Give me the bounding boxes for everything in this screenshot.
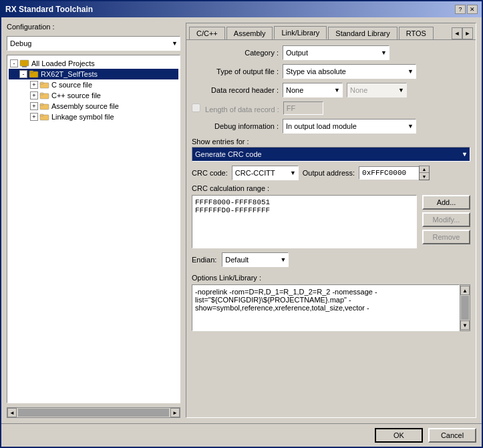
- endian-select-wrapper: Default: [222, 252, 289, 267]
- config-select[interactable]: Debug: [7, 36, 180, 51]
- length-checkbox[interactable]: [192, 103, 200, 112]
- output-type-select[interactable]: Stype via absolute: [283, 64, 416, 79]
- data-record-select2[interactable]: None: [347, 83, 407, 97]
- expand-cppsource[interactable]: +: [30, 91, 38, 99]
- folder-icon-linkage: [39, 112, 50, 122]
- svg-rect-1: [22, 66, 27, 67]
- folder-icon-cppsource: [39, 91, 50, 100]
- modify-button[interactable]: Modify...: [422, 212, 470, 227]
- tree-item-cppsource[interactable]: + C++ source file: [9, 90, 178, 101]
- output-type-select-wrapper: Stype via absolute: [283, 64, 416, 79]
- scroll-left-btn[interactable]: ◄: [7, 408, 17, 417]
- length-checkbox-area: Length of data record :: [192, 103, 279, 114]
- computer-icon: [19, 59, 30, 68]
- category-row: Category : Output: [192, 45, 470, 60]
- output-address-label: Output address:: [303, 169, 355, 177]
- endian-label: Endian:: [192, 256, 216, 264]
- range-item-1: FFFFFFD0-FFFFFFFF: [195, 206, 414, 214]
- title-bar: RX Standard Toolchain ? ✕: [1, 1, 482, 17]
- options-textarea[interactable]: -noprelink -rom=D=R,D_1=R_1,D_2=R_2 -nom…: [192, 284, 460, 331]
- debug-info-select-wrapper: In output load module: [283, 119, 416, 134]
- tab-linklibrary[interactable]: Link/Library: [274, 26, 327, 39]
- window-footer: OK Cancel: [1, 423, 482, 447]
- spin-up-btn[interactable]: ▲: [420, 166, 429, 173]
- svg-rect-9: [40, 103, 43, 105]
- tree-label-project: RX62T_SelfTests: [41, 70, 98, 78]
- crc-code-row: CRC code: CRC-CCITT Output address: ▲ ▼: [192, 166, 470, 180]
- output-address-input[interactable]: [359, 166, 419, 180]
- tree-item-csource[interactable]: + C source file: [9, 79, 178, 90]
- crc-code-select-wrapper: CRC-CCITT: [232, 166, 299, 180]
- main-window: RX Standard Toolchain ? ✕ Configuration …: [0, 0, 483, 448]
- svg-rect-3: [29, 71, 33, 73]
- expand-csource[interactable]: +: [30, 81, 38, 89]
- expand-root[interactable]: -: [10, 59, 18, 67]
- category-label: Category :: [192, 49, 279, 57]
- expand-project[interactable]: -: [19, 70, 27, 78]
- data-record-select1[interactable]: None: [283, 83, 343, 97]
- data-record-label: Data record header :: [192, 86, 279, 94]
- data-record-select2-wrapper: None: [347, 83, 407, 97]
- spin-down-btn[interactable]: ▼: [420, 173, 429, 180]
- add-button[interactable]: Add...: [422, 195, 470, 210]
- tab-stdlibrary[interactable]: Standard Library: [328, 27, 397, 39]
- crc-range-label: CRC calculation range :: [192, 184, 470, 192]
- config-select-wrapper: Debug: [7, 36, 180, 51]
- range-list[interactable]: FFFF8000-FFFF8051 FFFFFFD0-FFFFFFFF: [192, 195, 417, 248]
- tab-cpp[interactable]: C/C++: [189, 27, 225, 39]
- length-input[interactable]: [283, 101, 323, 115]
- tabs-scroll-btn2[interactable]: ►: [462, 27, 473, 39]
- output-address-spinbox: ▲ ▼: [359, 166, 430, 180]
- title-bar-buttons: ? ✕: [455, 5, 478, 14]
- scroll-down-btn[interactable]: ▼: [460, 320, 470, 330]
- debug-info-select[interactable]: In output load module: [283, 119, 416, 134]
- svg-rect-0: [20, 60, 29, 66]
- expand-linkage[interactable]: +: [30, 113, 38, 121]
- svg-rect-7: [40, 93, 43, 95]
- tab-rtos[interactable]: RTOS: [399, 27, 434, 39]
- tree-item-project[interactable]: - RX62T_SelfTests: [9, 69, 178, 79]
- spin-buttons: ▲ ▼: [419, 166, 430, 180]
- help-button[interactable]: ?: [455, 5, 466, 14]
- length-label: Length of data record :: [205, 105, 279, 114]
- debug-info-row: Debug information : In output load modul…: [192, 119, 470, 134]
- tabs-scroll-btn[interactable]: ◄: [452, 27, 462, 39]
- tree-panel: - All Loaded Projects - RX62T_SelfTests: [7, 55, 180, 403]
- crc-code-select[interactable]: CRC-CCITT: [232, 166, 299, 180]
- options-section: Options Link/Library : -noprelink -rom=D…: [192, 274, 470, 331]
- category-select-wrapper: Output: [283, 45, 389, 60]
- tree-item-linkage[interactable]: + Linkage symbol file: [9, 111, 178, 122]
- remove-button[interactable]: Remove: [422, 230, 470, 244]
- tree-label-assembly: Assembly source file: [51, 102, 119, 110]
- show-entries-label: Show entries for :: [192, 138, 470, 146]
- right-panel: C/C++ Assembly Link/Library Standard Lib…: [186, 23, 476, 418]
- tree-label-csource: C source file: [51, 81, 92, 89]
- crc-range-content: FFFF8000-FFFF8051 FFFFFFD0-FFFFFFFF Add.…: [192, 195, 470, 248]
- crc-range-section: CRC calculation range : FFFF8000-FFFF805…: [192, 184, 470, 248]
- scroll-right-btn[interactable]: ►: [170, 408, 180, 417]
- tree-item-root[interactable]: - All Loaded Projects: [9, 58, 178, 69]
- tree-label-cppsource: C++ source file: [51, 91, 101, 99]
- tree-label-linkage: Linkage symbol file: [51, 113, 114, 121]
- project-icon: [29, 69, 39, 79]
- show-entries-select[interactable]: Generate CRC code: [192, 147, 470, 162]
- close-button[interactable]: ✕: [467, 5, 478, 14]
- tab-assembly[interactable]: Assembly: [226, 27, 273, 39]
- category-select[interactable]: Output: [283, 45, 389, 60]
- options-label: Options Link/Library :: [192, 274, 470, 282]
- range-buttons: Add... Modify... Remove: [422, 195, 470, 248]
- cancel-button[interactable]: Cancel: [428, 428, 476, 443]
- length-row: Length of data record :: [192, 101, 470, 115]
- endian-select[interactable]: Default: [222, 252, 289, 267]
- scroll-up-btn[interactable]: ▲: [460, 286, 470, 295]
- options-scrollbar: ▲ ▼: [460, 284, 470, 331]
- output-type-row: Type of output file : Stype via absolute: [192, 64, 470, 79]
- tree-item-assembly[interactable]: + Assembly source file: [9, 101, 178, 111]
- ok-button[interactable]: OK: [375, 428, 423, 443]
- debug-info-label: Debug information :: [192, 122, 279, 130]
- expand-assembly[interactable]: +: [30, 102, 38, 110]
- svg-rect-5: [40, 82, 43, 84]
- h-scrollbar[interactable]: ◄ ►: [7, 407, 180, 418]
- show-entries-wrapper: Generate CRC code ▼: [192, 147, 470, 162]
- show-entries-section: Show entries for : Generate CRC code ▼: [192, 138, 470, 162]
